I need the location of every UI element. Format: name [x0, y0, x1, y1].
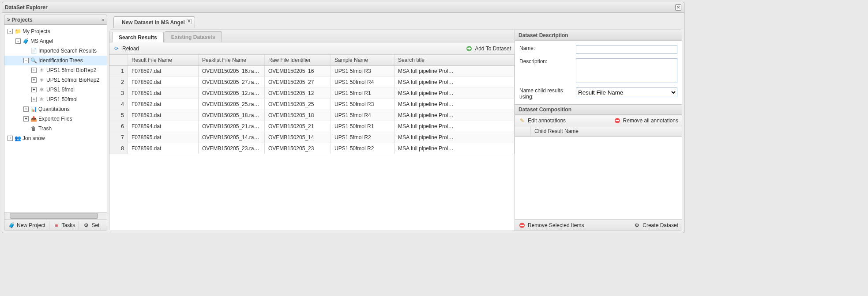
- svg-rect-2: [616, 120, 619, 121]
- projects-panel: > Projects « -📁My Projects-🧳MS Angel📄Imp…: [4, 15, 107, 231]
- table-row[interactable]: 7F078595.datOVEMB150205_14.ra…OVEMB15020…: [109, 132, 515, 143]
- pencil-icon: ✎: [519, 117, 526, 124]
- tree-node-label: Trash: [38, 125, 52, 132]
- tree-node-icon: ⚛: [38, 86, 45, 93]
- tree-node-icon: 📊: [30, 106, 37, 113]
- comp-col-child-name[interactable]: Child Result Name: [531, 126, 682, 137]
- projects-header: > Projects «: [4, 15, 107, 25]
- tree-node[interactable]: +👥Jon snow: [4, 133, 107, 143]
- collapse-icon[interactable]: «: [101, 17, 104, 23]
- tree-node-icon: 📁: [14, 28, 21, 35]
- table-row[interactable]: 5F078593.datOVEMB150205_18.ra…OVEMB15020…: [109, 110, 515, 121]
- file-tabstrip: New Dataset in MS Angel ✕: [109, 15, 682, 28]
- right-footer: Remove Selected Items ⚙ Create Dataset: [515, 219, 682, 231]
- tree-toggle-icon[interactable]: -: [8, 29, 13, 34]
- tree-toggle-icon[interactable]: +: [31, 87, 37, 92]
- tree-node-label: UPS1 50fmol BioRep2: [46, 77, 99, 83]
- description-label: Description:: [519, 58, 576, 83]
- tree-toggle-icon[interactable]: +: [8, 136, 13, 141]
- tree-toggle-icon[interactable]: +: [31, 97, 37, 102]
- tree-node-icon: 🔍: [30, 57, 37, 64]
- tab-existing-datasets[interactable]: Existing Datasets: [165, 31, 222, 42]
- tree-node-label: Imported Search Results: [38, 48, 97, 54]
- tree-node[interactable]: -📁My Projects: [4, 27, 107, 36]
- tree-toggle-icon[interactable]: +: [23, 116, 29, 121]
- col-rownum[interactable]: [109, 55, 128, 65]
- desc-form: Name: Description: Name child results us…: [515, 41, 682, 104]
- tree-node-label: Jon snow: [23, 135, 45, 141]
- tree-node-label: Quantitations: [38, 106, 70, 112]
- tree-node[interactable]: 🗑Trash: [4, 124, 107, 133]
- right-column: Dataset Description Name: Description: N…: [515, 30, 682, 231]
- table-row[interactable]: 1F078597.datOVEMB150205_16.ra…OVEMB15020…: [109, 66, 515, 77]
- tree-node[interactable]: +⚛UPS1 50fmol: [4, 95, 107, 104]
- tree-node[interactable]: +⚛UPS1 5fmol BioRep2: [4, 65, 107, 75]
- grid-header: Result File Name Peaklist File Name Raw …: [109, 55, 515, 66]
- col-raw-file[interactable]: Raw File Identifier: [265, 55, 331, 65]
- tree-node[interactable]: +📤Exported Files: [4, 114, 107, 124]
- add-icon: [466, 45, 473, 52]
- tree-toggle-icon[interactable]: +: [23, 106, 29, 112]
- new-project-button[interactable]: 🧳 New Project: [4, 220, 49, 231]
- tree-node-label: UPS1 5fmol BioRep2: [46, 67, 96, 73]
- tree-node[interactable]: -🧳MS Angel: [4, 36, 107, 46]
- tasks-icon: ≡: [53, 222, 60, 229]
- tree-node-icon: 🗑: [30, 125, 37, 132]
- main-area: New Dataset in MS Angel ✕ Search Results…: [109, 15, 682, 231]
- tree-node[interactable]: +📊Quantitations: [4, 104, 107, 114]
- tree-scrollbar[interactable]: [4, 212, 107, 219]
- results-grid[interactable]: Result File Name Peaklist File Name Raw …: [109, 55, 515, 231]
- tree-node[interactable]: +⚛UPS1 50fmol BioRep2: [4, 75, 107, 85]
- child-naming-label: Name child results using:: [519, 87, 576, 100]
- tree-node-label: MS Angel: [30, 38, 53, 44]
- comp-col-rownum[interactable]: [515, 126, 531, 137]
- tree-toggle-icon[interactable]: +: [31, 77, 37, 83]
- remove-selected-button[interactable]: Remove Selected Items: [519, 222, 584, 229]
- table-row[interactable]: 4F078592.datOVEMB150205_25.ra…OVEMB15020…: [109, 99, 515, 110]
- create-dataset-button[interactable]: ⚙ Create Dataset: [633, 222, 678, 229]
- description-field[interactable]: [576, 58, 677, 83]
- child-naming-select[interactable]: Result File Name: [576, 87, 677, 97]
- file-tab[interactable]: New Dataset in MS Angel ✕: [113, 16, 195, 28]
- table-row[interactable]: 2F078590.datOVEMB150205_27.ra…OVEMB15020…: [109, 77, 515, 88]
- tree-toggle-icon[interactable]: -: [15, 38, 21, 44]
- add-to-dataset-button[interactable]: Add To Dataset: [466, 45, 511, 52]
- tree-toggle-icon[interactable]: -: [23, 58, 29, 63]
- col-sample-name[interactable]: Sample Name: [331, 55, 395, 65]
- edit-annotations-button[interactable]: ✎ Edit annotations: [519, 117, 566, 124]
- tree-node-label: Exported Files: [38, 116, 72, 122]
- col-peaklist-file[interactable]: Peaklist File Name: [199, 55, 265, 65]
- tree-node-label: UPS1 5fmol: [46, 87, 75, 93]
- tree-node[interactable]: 📄Imported Search Results: [4, 46, 107, 56]
- tree-toggle-icon[interactable]: +: [31, 68, 37, 73]
- gear-icon: ⚙: [83, 222, 90, 229]
- tab-search-results[interactable]: Search Results: [112, 32, 164, 42]
- col-search-title[interactable]: Search title: [395, 55, 515, 65]
- inner-tabstrip: Search Results Existing Datasets: [109, 30, 515, 42]
- comp-section-header: Dataset Composition: [515, 104, 682, 115]
- projects-tree[interactable]: -📁My Projects-🧳MS Angel📄Imported Search …: [4, 25, 107, 212]
- tree-node-icon: 🧳: [22, 38, 29, 45]
- close-icon[interactable]: ✕: [675, 4, 681, 11]
- col-result-file[interactable]: Result File Name: [128, 55, 199, 65]
- tree-node-label: UPS1 50fmol: [46, 96, 78, 102]
- center-column: Search Results Existing Datasets ⟳ Reloa…: [109, 30, 515, 231]
- tree-node-icon: 📄: [30, 47, 37, 54]
- remove-all-annotations-button[interactable]: Remove all annotations: [614, 117, 678, 124]
- table-row[interactable]: 6F078594.datOVEMB150205_21.ra…OVEMB15020…: [109, 121, 515, 132]
- table-row[interactable]: 8F078596.datOVEMB150205_23.ra…OVEMB15020…: [109, 143, 515, 154]
- composition-grid[interactable]: Child Result Name: [515, 126, 682, 219]
- tree-node[interactable]: +⚛UPS1 5fmol: [4, 85, 107, 95]
- settings-button[interactable]: ⚙ Set: [79, 220, 103, 231]
- tasks-button[interactable]: ≡ Tasks: [49, 220, 79, 231]
- window-title: DataSet Explorer: [5, 4, 675, 11]
- table-row[interactable]: 3F078591.datOVEMB150205_12.ra…OVEMB15020…: [109, 88, 515, 99]
- tree-node-icon: ⚛: [38, 96, 45, 103]
- tree-node[interactable]: -🔍Identification Trees: [4, 56, 107, 65]
- reload-button[interactable]: ⟳ Reload: [113, 45, 139, 52]
- tab-close-icon[interactable]: ✕: [187, 19, 192, 24]
- projects-toolbar: 🧳 New Project ≡ Tasks ⚙ Set: [4, 219, 107, 231]
- briefcase-icon: 🧳: [8, 222, 15, 229]
- name-field[interactable]: [576, 45, 677, 54]
- reload-icon: ⟳: [113, 45, 120, 52]
